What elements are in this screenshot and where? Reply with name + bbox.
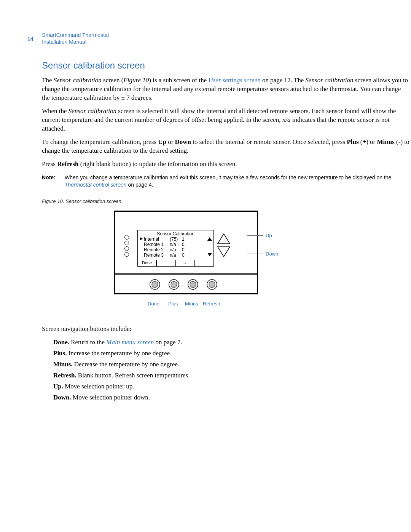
callout-plus: Plus — [168, 300, 178, 307]
nav-arrows — [216, 232, 242, 258]
figure-10: Sensor Calibration Internal (75) 1 Remot… — [42, 211, 409, 317]
lcd-row: Remote 1 n/a 0 — [140, 242, 205, 247]
dot-icon — [124, 252, 129, 257]
note-label: Note: — [42, 174, 65, 189]
paragraph-4: Press Refresh (right blank button) to up… — [42, 160, 409, 169]
sensor-value: n/a — [170, 242, 182, 247]
paragraph-3: To change the temperature calibration, p… — [42, 138, 409, 155]
link-main-menu[interactable]: Main menu screen — [106, 339, 154, 346]
knob-refresh — [207, 279, 217, 290]
lcd-row: Remote 2 n/a 0 — [140, 247, 205, 252]
leader-line — [173, 289, 173, 299]
sensor-offset: 0 — [182, 242, 189, 247]
nav-item-minus: Minus. Decrease the temperature by one d… — [53, 360, 409, 369]
device-upper-panel: Sensor Calibration Internal (75) 1 Remot… — [122, 230, 250, 267]
page: 14 SmartCommand Thermostat Installation … — [0, 0, 411, 532]
leader-line — [192, 289, 192, 299]
note-block: Note: When you change a temperature cali… — [42, 174, 409, 189]
lcd-title: Sensor Calibration — [138, 231, 213, 237]
leader-line — [247, 235, 263, 236]
svg-point-9 — [209, 281, 215, 288]
paragraph-1: The Sensor calibration screen (Figure 10… — [42, 76, 409, 102]
page-number: 14 — [27, 36, 33, 43]
nav-item-up: Up. Move selection pointer up. — [53, 382, 409, 391]
callout-down: Down — [266, 251, 278, 257]
nav-item-done: Done. Return to the Main menu screen on … — [53, 338, 409, 347]
dot-icon — [124, 241, 129, 245]
softkey-plus: + — [156, 260, 175, 267]
lcd-softkey-row: Done + - — [137, 260, 214, 267]
selection-pointer-icon — [140, 242, 144, 247]
selection-pointer-icon — [140, 247, 144, 252]
svg-marker-0 — [218, 234, 230, 244]
doc-title: Installation Manual — [42, 39, 86, 45]
section-title: Sensor calibration screen — [42, 59, 409, 72]
sensor-name: Remote 2 — [144, 247, 170, 252]
selection-pointer-icon — [140, 236, 144, 242]
selection-pointer-icon — [140, 252, 144, 258]
sensor-name: Internal — [144, 236, 170, 242]
knob-done — [150, 279, 160, 290]
softkey-blank — [195, 260, 214, 267]
sensor-offset: 0 — [182, 247, 189, 252]
nav-lead: Screen navigation buttons include: — [42, 325, 409, 334]
nav-item-refresh: Refresh. Blank button. Refresh screen te… — [53, 371, 409, 380]
sensor-value: n/a — [170, 252, 182, 258]
horizontal-rule — [42, 194, 409, 194]
running-header: 14 SmartCommand Thermostat Installation … — [27, 32, 109, 45]
thermostat-device: Sensor Calibration Internal (75) 1 Remot… — [114, 211, 258, 294]
softkey-done: Done — [137, 260, 156, 267]
product-name: SmartCommand Thermostat — [42, 32, 109, 38]
lcd-row: Remote 3 n/a 0 — [140, 252, 205, 258]
svg-point-7 — [190, 281, 196, 288]
sensor-value: n/a — [170, 247, 182, 252]
link-user-settings[interactable]: User settings screen — [209, 77, 261, 84]
leader-line — [247, 254, 263, 254]
callout-done: Done — [148, 300, 159, 307]
svg-point-3 — [152, 281, 158, 288]
knob-plus — [169, 279, 179, 290]
callout-minus: Minus — [185, 300, 198, 307]
lcd-list: Internal (75) 1 Remote 1 n/a 0 Rem — [140, 236, 205, 258]
nav-item-down: Down. Move selection pointer down. — [53, 393, 409, 402]
dot-icon — [124, 246, 129, 251]
sensor-name: Remote 3 — [144, 252, 170, 258]
lcd-scroll-up-icon — [207, 236, 212, 241]
link-thermostat-control[interactable]: Thermostat control screen — [65, 182, 127, 188]
indicator-dots — [122, 234, 131, 258]
lcd-row: Internal (75) 1 — [140, 236, 205, 242]
sensor-offset: 0 — [182, 252, 189, 258]
lcd-screen: Sensor Calibration Internal (75) 1 Remot… — [137, 230, 214, 267]
sensor-value: (75) — [170, 236, 182, 242]
down-arrow-icon — [216, 245, 232, 258]
figure-caption: Figure 10. Sensor calibration screen — [42, 198, 409, 205]
leader-line — [154, 289, 154, 299]
callout-up: Up — [266, 232, 272, 239]
svg-marker-1 — [218, 247, 230, 257]
note-body: When you change a temperature calibratio… — [65, 174, 409, 189]
device-lower-panel — [114, 273, 258, 294]
sensor-name: Remote 1 — [144, 242, 170, 247]
callout-refresh: Refresh — [203, 300, 220, 307]
softkey-minus: - — [176, 260, 195, 267]
leader-line — [211, 289, 211, 299]
sensor-offset: 1 — [182, 236, 189, 242]
svg-point-5 — [171, 281, 177, 288]
nav-list: Done. Return to the Main menu screen on … — [53, 338, 409, 402]
up-arrow-icon — [216, 232, 232, 245]
nav-item-plus: Plus. Increase the temperature by one de… — [53, 349, 409, 358]
knob-minus — [188, 279, 198, 290]
dot-icon — [124, 235, 129, 240]
lcd-scroll-down-icon — [207, 252, 212, 257]
header-divider — [38, 32, 38, 43]
paragraph-2: When the Sensor calibration screen is se… — [42, 107, 409, 133]
